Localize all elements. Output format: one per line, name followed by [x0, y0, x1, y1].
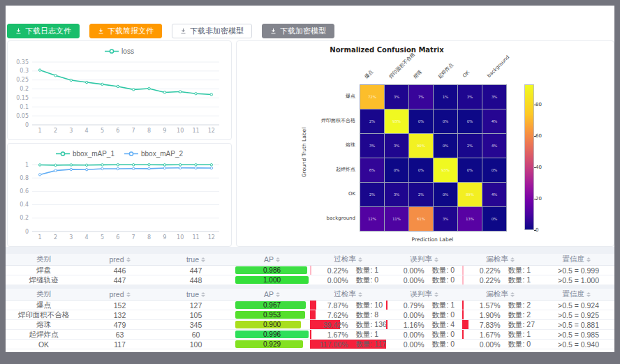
- rate-percent: 39.42%: [310, 321, 348, 329]
- true-cell: 100: [158, 340, 234, 349]
- download-encrypted-model-button[interactable]: 下载加密模型: [262, 24, 334, 38]
- legend-item-bbox-map-2[interactable]: bbox_mAP_2: [124, 150, 183, 158]
- svg-text:5: 5: [101, 128, 104, 134]
- confidence-cell: >0.5 = 0.999: [538, 266, 614, 275]
- class-cell: 爆点: [6, 301, 82, 310]
- sort-icon[interactable]: [358, 292, 362, 297]
- matrix-cell: 1%: [434, 85, 457, 109]
- colorbar-tick-label: 60: [536, 133, 542, 139]
- legend-item-loss[interactable]: loss: [105, 47, 134, 55]
- sort-icon[interactable]: [586, 292, 591, 297]
- svg-text:0.8: 0.8: [20, 175, 29, 181]
- sort-icon[interactable]: [276, 292, 280, 297]
- sort-icon[interactable]: [510, 257, 515, 262]
- rate-count: 数量: 0: [425, 275, 455, 285]
- ap-cell: 0.953: [234, 310, 310, 319]
- column-header-label: pred: [109, 255, 124, 264]
- sort-icon[interactable]: [126, 292, 131, 297]
- rate-count: 数量: 2: [501, 301, 531, 310]
- sort-icon[interactable]: [510, 292, 515, 297]
- true-cell: 105: [158, 310, 234, 319]
- overkill-cell: 7.87%数量: 10: [310, 301, 386, 310]
- true-cell: 447: [158, 266, 234, 275]
- sort-icon[interactable]: [358, 257, 362, 262]
- matrix-cell: 3%: [385, 183, 408, 206]
- matrix-cell: 0%: [409, 158, 433, 182]
- line-marker-icon: [56, 151, 70, 157]
- svg-text:9: 9: [163, 234, 166, 241]
- column-label: 爆点: [363, 68, 375, 80]
- rate-percent: 0.00%: [386, 266, 425, 275]
- rate-count: 数量: 1: [425, 301, 455, 310]
- download-plain-model-button[interactable]: 下载非加密模型: [172, 24, 252, 38]
- rate-count: 数量: 2: [501, 310, 531, 319]
- class-cell: OK: [6, 340, 82, 349]
- download-log-button[interactable]: 下载日志文件: [7, 24, 80, 38]
- matrix-cell: 11%: [385, 207, 408, 231]
- sort-icon[interactable]: [276, 257, 280, 262]
- column-label: OK: [462, 70, 471, 79]
- svg-text:0.05: 0.05: [16, 113, 29, 119]
- column-header: 置信度: [538, 289, 614, 300]
- map-chart-legend: bbox_mAP_1 bbox_mAP_2: [8, 146, 231, 160]
- sort-icon[interactable]: [434, 292, 438, 297]
- sort-icon[interactable]: [201, 257, 205, 262]
- row-label: 起焊炸点: [237, 158, 355, 181]
- svg-text:3: 3: [69, 128, 73, 134]
- download-report-button[interactable]: 下载简报文件: [89, 24, 162, 38]
- ap-cell: 0.967: [234, 301, 310, 310]
- pred-cell: 117: [82, 340, 158, 349]
- svg-text:6: 6: [116, 128, 119, 134]
- line-marker-icon: [124, 151, 138, 157]
- map-line-chart: 00.20.40.60.81123456789101112: [11, 160, 228, 243]
- matrix-cell: 0%: [434, 183, 457, 206]
- column-header-label: 漏检率: [486, 289, 508, 299]
- rate-percent: 7.62%: [310, 311, 348, 319]
- legend-item-bbox-map-1[interactable]: bbox_mAP_1: [56, 150, 115, 158]
- sort-icon[interactable]: [434, 257, 438, 262]
- row-label: 熔珠: [237, 133, 355, 157]
- rate-percent: 0.22%: [310, 266, 348, 275]
- x-axis-label: Prediction Label: [360, 236, 505, 243]
- column-header: 漏检率: [462, 254, 538, 265]
- svg-text:4: 4: [85, 234, 89, 241]
- download-icon: [180, 28, 186, 34]
- loss-chart-card: loss 00.050.10.150.20.250.30.35123456789…: [7, 40, 232, 140]
- loss-line-chart: 00.050.10.150.20.250.30.3512345678910111…: [11, 58, 228, 136]
- true-cell: 60: [158, 330, 234, 339]
- table-header: 类别predtrueAP过检率误判率漏检率置信度: [6, 289, 614, 301]
- svg-text:11: 11: [192, 234, 199, 241]
- column-header-label: pred: [109, 290, 124, 298]
- misjudge-cell: 0.00%数量: 0: [386, 266, 462, 275]
- pred-cell: 479: [82, 320, 158, 329]
- sort-icon[interactable]: [126, 257, 131, 262]
- summary-table-defects: 类别predtrueAP过检率误判率漏检率置信度爆点1521270.9677.8…: [6, 289, 614, 349]
- table-row: 爆点1521270.9677.87%数量: 100.79%数量: 11.57%数…: [6, 301, 614, 310]
- sort-icon[interactable]: [586, 257, 591, 262]
- ap-cell: 0.900: [234, 320, 310, 329]
- column-header: 误判率: [386, 254, 462, 265]
- matrix-cell: 89%: [458, 183, 482, 206]
- class-cell: 焊盘: [6, 266, 82, 275]
- rate-percent: 1.67%: [462, 331, 501, 339]
- matrix-cell: 2%: [360, 109, 384, 133]
- confusion-matrix: Normalized Confusion Matrix 72%3%7%1%3%3…: [237, 41, 614, 246]
- svg-text:0.2: 0.2: [20, 215, 29, 221]
- column-header: true: [158, 289, 234, 300]
- column-header-label: AP: [264, 290, 274, 298]
- svg-text:5: 5: [101, 234, 104, 241]
- matrix-cell: 0%: [385, 158, 408, 182]
- pred-cell: 447: [82, 275, 158, 285]
- rate-percent: 1.57%: [462, 301, 501, 310]
- confidence-cell: >0.5 = 0.924: [538, 301, 614, 310]
- rate-percent: 0.22%: [462, 276, 501, 285]
- svg-text:2: 2: [54, 128, 57, 134]
- matrix-cell: 0%: [458, 109, 482, 133]
- sort-icon[interactable]: [201, 292, 205, 297]
- rate-percent: 0.00%: [386, 340, 425, 349]
- true-cell: 345: [158, 320, 234, 329]
- rate-percent: 0.00%: [462, 340, 501, 349]
- pred-cell: 63: [82, 330, 158, 339]
- column-header-label: 类别: [36, 289, 51, 299]
- rate-count: 数量: 136: [348, 320, 387, 329]
